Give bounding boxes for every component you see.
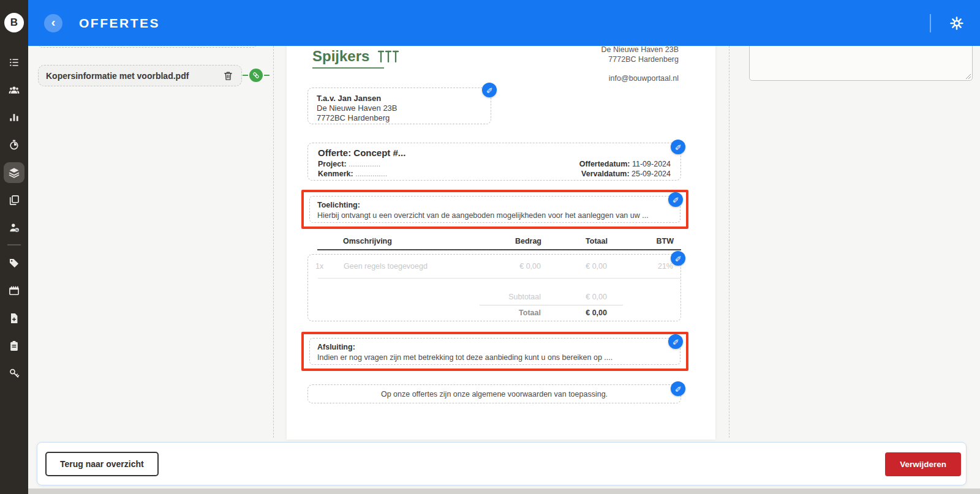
total-label: Totaal: [519, 309, 541, 317]
edit-footer-note-button[interactable]: ✎: [671, 381, 685, 396]
toelichting-label: Toelichting:: [317, 200, 673, 211]
total-row: Totaal € 0,00: [308, 309, 680, 318]
bar-chart-icon: [8, 111, 20, 124]
sidebar-item-notes[interactable]: [0, 332, 28, 359]
trash-icon: [223, 70, 233, 81]
gear-icon: [949, 16, 964, 31]
offer-meta-right: Offertedatum: 11-09-2024 Vervaldatum: 25…: [579, 159, 671, 179]
column-header-totaal: Totaal: [586, 237, 608, 245]
company-name-line2: Spijkers: [312, 48, 369, 65]
row-totaal: € 0,00: [586, 262, 607, 271]
kenmerk-label: Kenmerk:: [318, 170, 353, 178]
sidebar-item-new-document[interactable]: [0, 304, 28, 332]
app-logo[interactable]: B: [4, 13, 24, 32]
company-email: info@bouwportaal.nl: [601, 73, 679, 83]
attachment-file-name: Kopersinformatie met voorblad.pdf: [46, 71, 222, 81]
afsluiting-highlight: Afsluiting: Indien er nog vragen zijn me…: [301, 332, 688, 371]
stopwatch-icon: [8, 139, 20, 151]
pencil-icon: ✎: [672, 196, 680, 203]
link-attachment-button[interactable]: [249, 69, 263, 82]
sidebar-item-projects[interactable]: [0, 159, 28, 186]
column-header-bedrag: Bedrag: [515, 237, 541, 245]
tag-icon: [8, 257, 20, 269]
sidebar-item-keys[interactable]: [0, 359, 28, 387]
action-bar: Terug naar overzicht Verwijderen: [37, 442, 967, 485]
edit-recipient-button[interactable]: ✎: [482, 83, 497, 97]
clipboard-icon: [8, 340, 20, 352]
subtotal-row: Subtotaal € 0,00: [308, 293, 680, 302]
sidebar-item-customer-discount[interactable]: %: [0, 214, 28, 241]
footer-note-text: Op onze offertes zijn onze algemene voor…: [381, 390, 608, 399]
project-label: Project:: [318, 160, 347, 168]
sidebar-item-statistics[interactable]: [0, 103, 28, 131]
topbar-divider: [930, 14, 931, 32]
offer-title: Offerte: Concept #...: [318, 148, 671, 158]
table-header-rule: [317, 249, 681, 250]
back-button[interactable]: ‹: [44, 14, 62, 32]
table-row: 1x Geen regels toegevoegd € 0,00 € 0,00 …: [308, 262, 680, 273]
company-address: De Nieuwe Haven 23B 7772BC Hardenberg in…: [601, 45, 679, 83]
sidebar-item-documents[interactable]: [0, 186, 28, 214]
sidebar-item-list[interactable]: [0, 48, 28, 76]
afsluiting-block[interactable]: Afsluiting: Indien er nog vragen zijn me…: [309, 338, 680, 365]
edit-afsluiting-button[interactable]: ✎: [668, 334, 683, 349]
list-icon: [8, 56, 20, 69]
recipient-block[interactable]: T.a.v. Jan Jansen De Nieuwe Haven 23B 77…: [307, 88, 491, 124]
app: B % ‹ OFFERTES Kopersinfo: [0, 0, 980, 494]
edit-offer-meta-button[interactable]: ✎: [671, 140, 685, 154]
attachment-card[interactable]: Kopersinformatie met voorblad.pdf: [38, 65, 242, 86]
sidebar-item-tags[interactable]: [0, 249, 28, 277]
svg-text:%: %: [15, 228, 18, 231]
vervaldatum-value: 25-09-2024: [631, 170, 671, 178]
pencil-icon: ✎: [674, 386, 682, 392]
column-header-btw: BTW: [657, 237, 674, 245]
sidebar: B %: [0, 0, 28, 494]
offer-meta-left: Project: ............... Kenmerk: ......…: [318, 159, 387, 179]
back-to-overview-button[interactable]: Terug naar overzicht: [45, 452, 159, 476]
offer-table-header: Omschrijving Bedrag Totaal BTW: [307, 237, 681, 248]
toelichting-text: Hierbij ontvangt u een overzicht van de …: [317, 211, 673, 221]
edit-toelichting-button[interactable]: ✎: [668, 192, 683, 207]
sidebar-item-team[interactable]: [0, 76, 28, 103]
vervaldatum-label: Vervaldatum:: [581, 170, 630, 178]
toelichting-block[interactable]: Toelichting: Hierbij ontvangt u een over…: [309, 196, 680, 223]
sidebar-item-time[interactable]: [0, 131, 28, 159]
row-bedrag: € 0,00: [519, 262, 541, 271]
chevron-left-icon: ‹: [51, 15, 56, 29]
offertedatum-label: Offertedatum:: [579, 160, 630, 168]
panel-separator-left: [273, 46, 274, 438]
nails-icon: [378, 50, 399, 63]
pencil-icon: ✎: [674, 255, 682, 262]
afsluiting-label: Afsluiting:: [317, 342, 673, 353]
total-value: € 0,00: [586, 309, 607, 317]
project-value: ...............: [349, 160, 380, 168]
row-divider: [318, 278, 680, 279]
offer-meta-block[interactable]: Offerte: Concept #... Project: .........…: [307, 143, 681, 181]
row-btw: 21%: [658, 262, 673, 271]
bottom-edge-strip: [28, 488, 980, 494]
footer-note-block[interactable]: Op onze offertes zijn onze algemene voor…: [307, 384, 681, 403]
link-dash: [243, 75, 248, 76]
keys-icon: [8, 367, 20, 380]
sidebar-nav: %: [0, 48, 28, 387]
sidebar-item-planning[interactable]: [0, 277, 28, 304]
settings-button[interactable]: [944, 11, 969, 36]
topbar-right: [930, 0, 980, 46]
file-plus-icon: [8, 312, 20, 324]
row-qty: 1x: [315, 262, 323, 271]
offer-lines-block[interactable]: 1x Geen regels toegevoegd € 0,00 € 0,00 …: [307, 254, 681, 321]
kenmerk-value: ...............: [355, 170, 387, 178]
layers-icon: [8, 167, 20, 179]
company-address-line2: 7772BC Hardenberg: [601, 54, 679, 64]
sidebar-divider: [7, 244, 21, 245]
chain-link-icon: [252, 71, 260, 80]
delete-attachment-button[interactable]: [222, 70, 234, 82]
edit-offer-lines-button[interactable]: ✎: [671, 251, 685, 266]
recipient-address-line1: De Nieuwe Haven 23B: [317, 103, 482, 113]
topbar: ‹ OFFERTES: [28, 0, 980, 46]
link-dash: [264, 75, 270, 76]
toelichting-highlight: Toelichting: Hierbij ontvangt u een over…: [301, 190, 688, 229]
customer-discount-icon: %: [8, 222, 20, 234]
offertedatum-value: 11-09-2024: [632, 160, 671, 168]
delete-offer-button[interactable]: Verwijderen: [885, 452, 961, 476]
